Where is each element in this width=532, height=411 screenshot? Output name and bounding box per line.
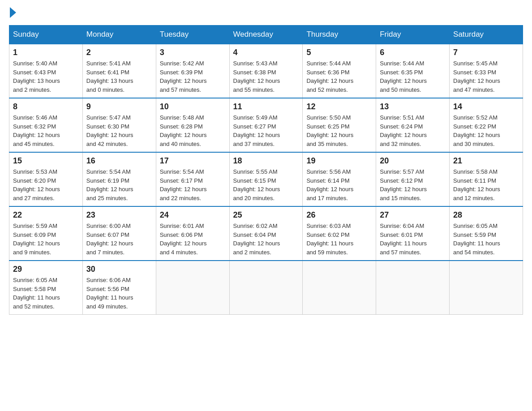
day-cell-14: 14Sunrise: 5:52 AMSunset: 6:22 PMDayligh… xyxy=(450,98,523,152)
day-info: Sunrise: 6:05 AMSunset: 5:59 PMDaylight:… xyxy=(453,222,519,257)
day-info: Sunrise: 6:02 AMSunset: 6:04 PMDaylight:… xyxy=(233,222,299,257)
day-info: Sunrise: 5:56 AMSunset: 6:14 PMDaylight:… xyxy=(306,167,372,202)
day-number: 1 xyxy=(13,48,79,57)
column-header-monday: Monday xyxy=(82,26,156,44)
day-number: 23 xyxy=(86,210,152,220)
day-info: Sunrise: 6:06 AMSunset: 5:56 PMDaylight:… xyxy=(86,276,152,311)
day-info: Sunrise: 5:41 AMSunset: 6:41 PMDaylight:… xyxy=(86,59,152,94)
column-header-sunday: Sunday xyxy=(9,26,83,44)
day-cell-30: 30Sunrise: 6:06 AMSunset: 5:56 PMDayligh… xyxy=(82,261,156,315)
day-info: Sunrise: 5:50 AMSunset: 6:25 PMDaylight:… xyxy=(306,113,372,148)
day-number: 30 xyxy=(86,265,152,274)
day-number: 16 xyxy=(86,156,152,166)
day-cell-26: 26Sunrise: 6:03 AMSunset: 6:02 PMDayligh… xyxy=(303,206,376,261)
column-header-wednesday: Wednesday xyxy=(229,26,303,44)
logo-arrow-icon xyxy=(10,7,16,18)
day-number: 22 xyxy=(13,210,79,220)
day-info: Sunrise: 5:53 AMSunset: 6:20 PMDaylight:… xyxy=(13,167,79,202)
day-cell-9: 9Sunrise: 5:47 AMSunset: 6:30 PMDaylight… xyxy=(82,98,156,152)
day-cell-19: 19Sunrise: 5:56 AMSunset: 6:14 PMDayligh… xyxy=(303,152,376,206)
week-row-1: 1Sunrise: 5:40 AMSunset: 6:43 PMDaylight… xyxy=(9,44,523,98)
day-number: 8 xyxy=(13,102,79,111)
day-info: Sunrise: 5:46 AMSunset: 6:32 PMDaylight:… xyxy=(13,113,79,148)
day-cell-4: 4Sunrise: 5:43 AMSunset: 6:38 PMDaylight… xyxy=(229,44,303,98)
day-number: 28 xyxy=(453,210,519,220)
day-info: Sunrise: 5:43 AMSunset: 6:38 PMDaylight:… xyxy=(233,59,299,94)
day-number: 9 xyxy=(86,102,152,111)
day-info: Sunrise: 5:44 AMSunset: 6:35 PMDaylight:… xyxy=(380,59,446,94)
day-number: 14 xyxy=(453,102,519,111)
day-number: 29 xyxy=(13,265,79,274)
day-number: 15 xyxy=(13,156,79,166)
day-info: Sunrise: 5:48 AMSunset: 6:28 PMDaylight:… xyxy=(160,113,226,148)
day-cell-23: 23Sunrise: 6:00 AMSunset: 6:07 PMDayligh… xyxy=(82,206,156,261)
column-header-friday: Friday xyxy=(376,26,450,44)
day-info: Sunrise: 5:59 AMSunset: 6:09 PMDaylight:… xyxy=(13,222,79,257)
day-cell-21: 21Sunrise: 5:58 AMSunset: 6:11 PMDayligh… xyxy=(450,152,523,206)
day-number: 27 xyxy=(380,210,446,220)
week-row-4: 22Sunrise: 5:59 AMSunset: 6:09 PMDayligh… xyxy=(9,206,523,261)
week-row-2: 8Sunrise: 5:46 AMSunset: 6:32 PMDaylight… xyxy=(9,98,523,152)
day-cell-1: 1Sunrise: 5:40 AMSunset: 6:43 PMDaylight… xyxy=(9,44,83,98)
day-cell-17: 17Sunrise: 5:54 AMSunset: 6:17 PMDayligh… xyxy=(156,152,229,206)
day-cell-25: 25Sunrise: 6:02 AMSunset: 6:04 PMDayligh… xyxy=(229,206,303,261)
week-row-5: 29Sunrise: 6:05 AMSunset: 5:58 PMDayligh… xyxy=(9,261,523,315)
day-number: 12 xyxy=(306,102,372,111)
page-header xyxy=(9,9,523,16)
day-info: Sunrise: 5:47 AMSunset: 6:30 PMDaylight:… xyxy=(86,113,152,148)
day-info: Sunrise: 6:03 AMSunset: 6:02 PMDaylight:… xyxy=(306,222,372,257)
day-info: Sunrise: 5:42 AMSunset: 6:39 PMDaylight:… xyxy=(160,59,226,94)
day-info: Sunrise: 5:55 AMSunset: 6:15 PMDaylight:… xyxy=(233,167,299,202)
day-cell-8: 8Sunrise: 5:46 AMSunset: 6:32 PMDaylight… xyxy=(9,98,83,152)
day-info: Sunrise: 5:51 AMSunset: 6:24 PMDaylight:… xyxy=(380,113,446,148)
day-info: Sunrise: 5:58 AMSunset: 6:11 PMDaylight:… xyxy=(453,167,519,202)
calendar-table: SundayMondayTuesdayWednesdayThursdayFrid… xyxy=(9,25,523,315)
empty-cell xyxy=(229,261,303,315)
day-cell-12: 12Sunrise: 5:50 AMSunset: 6:25 PMDayligh… xyxy=(303,98,376,152)
logo xyxy=(9,9,16,16)
day-cell-18: 18Sunrise: 5:55 AMSunset: 6:15 PMDayligh… xyxy=(229,152,303,206)
day-cell-5: 5Sunrise: 5:44 AMSunset: 6:36 PMDaylight… xyxy=(303,44,376,98)
day-number: 13 xyxy=(380,102,446,111)
day-number: 24 xyxy=(160,210,226,220)
day-number: 10 xyxy=(160,102,226,111)
day-cell-7: 7Sunrise: 5:45 AMSunset: 6:33 PMDaylight… xyxy=(450,44,523,98)
empty-cell xyxy=(156,261,229,315)
day-number: 3 xyxy=(160,48,226,57)
day-cell-3: 3Sunrise: 5:42 AMSunset: 6:39 PMDaylight… xyxy=(156,44,229,98)
day-number: 19 xyxy=(306,156,372,166)
day-number: 21 xyxy=(453,156,519,166)
day-cell-2: 2Sunrise: 5:41 AMSunset: 6:41 PMDaylight… xyxy=(82,44,156,98)
day-number: 5 xyxy=(306,48,372,57)
column-header-tuesday: Tuesday xyxy=(156,26,229,44)
day-number: 7 xyxy=(453,48,519,57)
day-number: 4 xyxy=(233,48,299,57)
day-number: 18 xyxy=(233,156,299,166)
empty-cell xyxy=(450,261,523,315)
column-header-thursday: Thursday xyxy=(303,26,376,44)
day-number: 6 xyxy=(380,48,446,57)
day-cell-6: 6Sunrise: 5:44 AMSunset: 6:35 PMDaylight… xyxy=(376,44,450,98)
empty-cell xyxy=(376,261,450,315)
day-info: Sunrise: 5:44 AMSunset: 6:36 PMDaylight:… xyxy=(306,59,372,94)
day-number: 25 xyxy=(233,210,299,220)
day-info: Sunrise: 6:01 AMSunset: 6:06 PMDaylight:… xyxy=(160,222,226,257)
day-cell-10: 10Sunrise: 5:48 AMSunset: 6:28 PMDayligh… xyxy=(156,98,229,152)
day-info: Sunrise: 5:40 AMSunset: 6:43 PMDaylight:… xyxy=(13,59,79,94)
day-info: Sunrise: 5:52 AMSunset: 6:22 PMDaylight:… xyxy=(453,113,519,148)
calendar-header-row: SundayMondayTuesdayWednesdayThursdayFrid… xyxy=(9,26,523,44)
day-cell-15: 15Sunrise: 5:53 AMSunset: 6:20 PMDayligh… xyxy=(9,152,83,206)
empty-cell xyxy=(303,261,376,315)
day-number: 2 xyxy=(86,48,152,57)
day-number: 17 xyxy=(160,156,226,166)
day-cell-27: 27Sunrise: 6:04 AMSunset: 6:01 PMDayligh… xyxy=(376,206,450,261)
day-info: Sunrise: 6:00 AMSunset: 6:07 PMDaylight:… xyxy=(86,222,152,257)
week-row-3: 15Sunrise: 5:53 AMSunset: 6:20 PMDayligh… xyxy=(9,152,523,206)
day-cell-29: 29Sunrise: 6:05 AMSunset: 5:58 PMDayligh… xyxy=(9,261,83,315)
day-cell-20: 20Sunrise: 5:57 AMSunset: 6:12 PMDayligh… xyxy=(376,152,450,206)
day-number: 26 xyxy=(306,210,372,220)
day-info: Sunrise: 5:54 AMSunset: 6:17 PMDaylight:… xyxy=(160,167,226,202)
day-cell-28: 28Sunrise: 6:05 AMSunset: 5:59 PMDayligh… xyxy=(450,206,523,261)
day-cell-22: 22Sunrise: 5:59 AMSunset: 6:09 PMDayligh… xyxy=(9,206,83,261)
day-cell-11: 11Sunrise: 5:49 AMSunset: 6:27 PMDayligh… xyxy=(229,98,303,152)
